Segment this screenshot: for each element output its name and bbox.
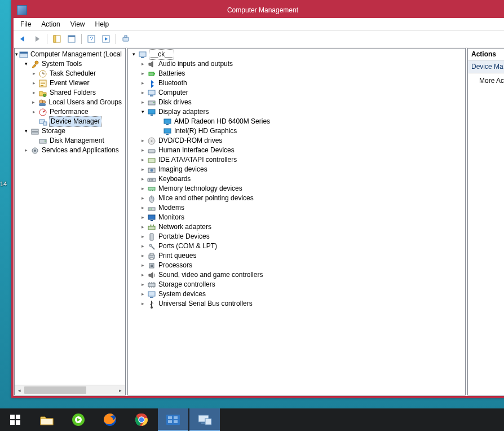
expander-icon[interactable]: ▸ bbox=[139, 156, 147, 164]
expander-icon[interactable]: ▸ bbox=[139, 262, 147, 269]
expander-icon[interactable]: ▾ bbox=[130, 51, 138, 58]
device-category[interactable]: ▸Universal Serial Bus controllers bbox=[128, 299, 465, 309]
device-category[interactable]: ▸Storage controllers bbox=[128, 280, 465, 289]
expander-icon[interactable]: ▸ bbox=[139, 195, 147, 202]
device-item[interactable]: AMD Radeon HD 6400M Series bbox=[128, 117, 465, 126]
expander-icon[interactable]: ▸ bbox=[30, 99, 37, 106]
device-category[interactable]: ▸Portable Devices bbox=[128, 232, 465, 241]
expander-icon[interactable]: ▸ bbox=[139, 147, 147, 154]
actions-more[interactable]: More Act bbox=[468, 73, 504, 88]
task-computer-management[interactable] bbox=[189, 408, 220, 431]
expander-icon[interactable]: ▸ bbox=[139, 60, 147, 68]
device-category[interactable]: ▸Batteries bbox=[128, 69, 465, 78]
tree-item-system-tools[interactable]: ▾ System Tools bbox=[15, 59, 125, 69]
tree-item-disk-management[interactable]: Disk Management bbox=[15, 136, 125, 146]
menu-view[interactable]: View bbox=[66, 19, 91, 29]
task-control-panel[interactable] bbox=[158, 408, 188, 431]
help-button[interactable]: ? bbox=[85, 32, 98, 46]
device-category[interactable]: ▸Print queues bbox=[128, 251, 465, 261]
expander-icon[interactable]: ▸ bbox=[139, 233, 147, 240]
expander-icon[interactable]: ▾ bbox=[139, 108, 147, 116]
menu-file[interactable]: File bbox=[16, 19, 37, 29]
expander-icon[interactable]: ▸ bbox=[139, 185, 147, 192]
tree-label: Storage controllers bbox=[158, 280, 215, 289]
device-category[interactable]: ▸IDE ATA/ATAPI controllers bbox=[128, 155, 465, 165]
device-category[interactable]: ▸Modems bbox=[128, 203, 465, 213]
task-chrome[interactable] bbox=[126, 408, 157, 431]
device-category[interactable]: ▸Human Interface Devices bbox=[128, 146, 465, 155]
device-category[interactable]: ▸Keyboards bbox=[128, 174, 465, 184]
svg-rect-10 bbox=[123, 37, 129, 41]
device-category[interactable]: ▸Memory technology devices bbox=[128, 184, 465, 193]
tree-item-device-manager[interactable]: Device Manager bbox=[15, 117, 125, 126]
action-pane-button[interactable] bbox=[99, 32, 113, 46]
expander-icon[interactable]: ▸ bbox=[139, 137, 147, 144]
tree-item-services-apps[interactable]: ▸ Services and Applications bbox=[15, 146, 125, 155]
tree-item-storage[interactable]: ▾ Storage bbox=[15, 126, 125, 136]
scroll-right-button[interactable]: ▸ bbox=[116, 385, 125, 395]
device-category[interactable]: ▸Imaging devices bbox=[128, 165, 465, 174]
expander-icon[interactable]: ▸ bbox=[139, 175, 147, 183]
expander-icon[interactable]: ▸ bbox=[139, 223, 147, 231]
scroll-track[interactable] bbox=[24, 385, 116, 395]
back-button[interactable] bbox=[16, 32, 29, 46]
expander-icon[interactable]: ▸ bbox=[139, 252, 147, 260]
scroll-left-button[interactable]: ◂ bbox=[15, 385, 24, 395]
tree-item-shared-folders[interactable]: ▸ Shared Folders bbox=[15, 88, 125, 98]
expander-icon[interactable]: ▸ bbox=[139, 291, 147, 298]
forward-button[interactable] bbox=[30, 32, 44, 46]
device-category[interactable]: ▸Processors bbox=[128, 261, 465, 270]
properties-button[interactable] bbox=[65, 32, 78, 46]
device-category[interactable]: ▸Disk drives bbox=[128, 98, 465, 107]
menu-action[interactable]: Action bbox=[37, 19, 65, 29]
device-category[interactable]: ▸Ports (COM & LPT) bbox=[128, 241, 465, 251]
expander-icon[interactable]: ▸ bbox=[30, 108, 38, 116]
expander-icon[interactable]: ▸ bbox=[139, 80, 147, 87]
expander-icon[interactable]: ▾ bbox=[15, 51, 19, 58]
expander-icon[interactable]: ▸ bbox=[139, 214, 147, 221]
device-category[interactable]: ▸Sound, video and game controllers bbox=[128, 270, 465, 280]
device-item[interactable]: Intel(R) HD Graphics bbox=[128, 126, 465, 136]
device-category[interactable]: ▸Monitors bbox=[128, 213, 465, 222]
tree-root-computer[interactable]: ▾ __ck__ bbox=[128, 50, 465, 59]
scroll-thumb[interactable] bbox=[24, 386, 86, 394]
show-hide-tree-button[interactable] bbox=[50, 32, 64, 46]
expander-icon[interactable]: ▸ bbox=[139, 300, 147, 307]
expander-icon[interactable]: ▾ bbox=[23, 60, 30, 68]
tree-item-performance[interactable]: ▸ Performance bbox=[15, 107, 125, 117]
device-category[interactable]: ▾Display adapters bbox=[128, 107, 465, 117]
expander-icon[interactable]: ▸ bbox=[139, 281, 147, 288]
expander-icon[interactable]: ▸ bbox=[139, 204, 147, 212]
task-file-explorer[interactable] bbox=[32, 408, 62, 431]
tree-item-local-users-groups[interactable]: ▸ Local Users and Groups bbox=[15, 98, 125, 107]
expander-icon[interactable]: ▸ bbox=[30, 70, 38, 77]
task-firefox[interactable] bbox=[95, 408, 125, 431]
device-category[interactable]: ▸Network adapters bbox=[128, 222, 465, 232]
expander-icon[interactable]: ▸ bbox=[139, 166, 147, 173]
start-button[interactable] bbox=[0, 408, 30, 431]
expander-icon[interactable]: ▸ bbox=[139, 99, 147, 106]
tree-root-computer-management[interactable]: ▾ Computer Management (Local bbox=[15, 50, 125, 59]
titlebar[interactable]: Computer Management bbox=[14, 2, 504, 18]
horizontal-scrollbar[interactable]: ◂ ▸ bbox=[15, 385, 125, 395]
expander-icon[interactable]: ▸ bbox=[30, 89, 38, 96]
tree-item-task-scheduler[interactable]: ▸ Task Scheduler bbox=[15, 69, 125, 78]
device-category[interactable]: ▸Computer bbox=[128, 88, 465, 98]
scan-hardware-button[interactable] bbox=[119, 32, 132, 46]
actions-section[interactable]: Device Ma bbox=[468, 60, 504, 73]
device-category[interactable]: ▸System devices bbox=[128, 289, 465, 299]
expander-icon[interactable]: ▸ bbox=[139, 70, 147, 77]
expander-icon[interactable]: ▾ bbox=[23, 127, 30, 135]
expander-icon[interactable]: ▸ bbox=[30, 80, 38, 87]
task-app-green[interactable] bbox=[63, 408, 94, 431]
menu-help[interactable]: Help bbox=[91, 19, 115, 29]
expander-icon[interactable]: ▸ bbox=[139, 271, 147, 279]
expander-icon[interactable]: ▸ bbox=[139, 89, 147, 96]
expander-icon[interactable]: ▸ bbox=[23, 147, 30, 154]
expander-icon[interactable]: ▸ bbox=[139, 243, 147, 250]
device-category[interactable]: ▸Mice and other pointing devices bbox=[128, 193, 465, 203]
device-category[interactable]: ▸Audio inputs and outputs bbox=[128, 59, 465, 69]
tree-item-event-viewer[interactable]: ▸ Event Viewer bbox=[15, 78, 125, 88]
device-category[interactable]: ▸Bluetooth bbox=[128, 78, 465, 88]
device-category[interactable]: ▸DVD/CD-ROM drives bbox=[128, 136, 465, 146]
